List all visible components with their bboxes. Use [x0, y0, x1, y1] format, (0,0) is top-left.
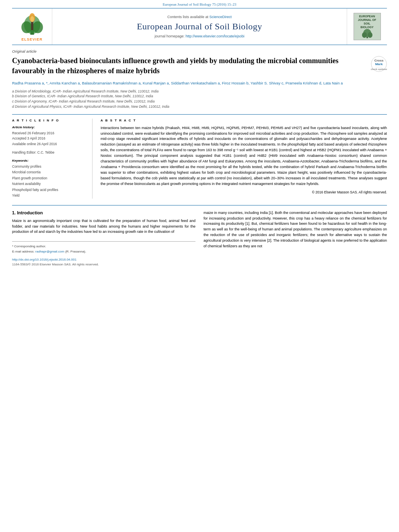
keyword-5: Phospholipid fatty acid profiles [12, 187, 86, 193]
intro-left-text: Maize is an agronomically important crop… [12, 218, 195, 235]
keyword-4: Nutrient availability [12, 181, 86, 187]
email-author-name: (R. Prasanna). [65, 250, 86, 253]
authors-text: Radha Prasanna a, *, Amrita Kanchan a, B… [12, 81, 343, 85]
svg-point-10 [368, 32, 372, 38]
journal-reference-bar: European Journal of Soil Biology 75 (201… [0, 0, 399, 8]
journal-header: ELSEVIER Contents lists available at Sci… [12, 8, 387, 45]
affiliation-c: c Division of Agronomy, ICAR- Indian Agr… [12, 99, 387, 104]
article-info-abstract-section: A R T I C L E I N F O Article history: R… [12, 119, 387, 199]
affiliation-b: b Division of Genetics, ICAR- Indian Agr… [12, 94, 387, 99]
soil-biology-badge: EUROPEAN JOURNAL OF SOIL BIOLOGY [354, 13, 381, 40]
abstract-column: A B S T R A C T Interactions between ten… [101, 119, 387, 199]
footnote-area: * Corresponding author. E-mail address: … [12, 241, 195, 255]
journal-logo-left: ELSEVIER [12, 8, 52, 45]
article-title-text: Cyanobacteria-based bioinoculants influe… [12, 57, 338, 75]
abstract-body: Interactions between ten maize hybrids (… [101, 126, 387, 186]
svg-point-2 [21, 21, 32, 33]
abstract-text: Interactions between ten maize hybrids (… [101, 125, 387, 187]
svg-point-9 [362, 32, 367, 38]
elsevier-tree-icon [18, 12, 46, 36]
keywords-label: Keywords: [12, 159, 86, 162]
introduction-two-col: 1. Introduction Maize is an agronomicall… [12, 210, 387, 266]
corresponding-author-text: * Corresponding author. [12, 244, 46, 248]
affiliations: a Division of Microbiology, ICAR- Indian… [12, 89, 387, 109]
journal-center: Contents lists available at ScienceDirec… [52, 8, 347, 45]
journal-title: European Journal of Soil Biology [137, 21, 262, 32]
svg-text:Mark: Mark [375, 62, 383, 66]
svg-text:Cross: Cross [374, 59, 384, 62]
received-date: Received 26 February 2016 [12, 131, 86, 136]
keyword-6: Yield [12, 193, 86, 198]
introduction-heading: 1. Introduction [12, 210, 195, 215]
article-info-heading: A R T I C L E I N F O [12, 119, 86, 122]
sciencedirect-line: Contents lists available at ScienceDirec… [167, 15, 232, 19]
svg-text:check updates: check updates [371, 68, 387, 70]
keyword-2: Microbial consortia [12, 169, 86, 175]
keywords-list: Community profiles Microbial consortia P… [12, 164, 86, 199]
main-content: Original article Cyanobacteria-based bio… [12, 45, 387, 266]
affiliation-d: d Division of Agricultural Physics, ICAR… [12, 104, 387, 109]
svg-point-6 [30, 16, 34, 22]
article-type-label: Original article [12, 49, 387, 53]
abstract-heading: A B S T R A C T [101, 119, 387, 122]
introduction-section: 1. Introduction Maize is an agronomicall… [12, 205, 387, 266]
badge-tree-icon [362, 29, 373, 39]
journal-reference-text: European Journal of Soil Biology 75 (201… [162, 2, 236, 6]
affiliation-a: a Division of Microbiology, ICAR- Indian… [12, 89, 387, 94]
article-title: Cyanobacteria-based bioinoculants influe… [12, 56, 387, 76]
authors-line: Radha Prasanna a, *, Amrita Kanchan a, B… [12, 80, 387, 86]
article-info-column: A R T I C L E I N F O Article history: R… [12, 119, 93, 199]
journal-logo-right: EUROPEAN JOURNAL OF SOIL BIOLOGY [347, 8, 387, 45]
intro-right-text: maize in many countries, including India… [204, 210, 387, 250]
copyright-line: © 2016 Elsevier Masson SAS. All rights r… [101, 190, 387, 194]
accepted-date: Accepted 3 April 2016 [12, 136, 86, 142]
intro-right-col: maize in many countries, including India… [204, 210, 387, 266]
article-history-label: Article history: [12, 125, 86, 129]
keyword-1: Community profiles [12, 164, 86, 169]
svg-point-3 [32, 21, 43, 33]
email-address: radhapr@gmail.com [35, 250, 64, 253]
sciencedirect-link[interactable]: ScienceDirect [210, 15, 232, 19]
section-divider-top [12, 114, 387, 115]
corresponding-author-note: * Corresponding author. [12, 244, 195, 249]
article-history-dates: Received 26 February 2016 Accepted 3 Apr… [12, 131, 86, 147]
intro-left-col: 1. Introduction Maize is an agronomicall… [12, 210, 195, 266]
elsevier-label: ELSEVIER [21, 37, 43, 41]
handling-editor: Handling Editor: C.C. Tebbe [12, 150, 86, 156]
doi-link[interactable]: http://dx.doi.org/10.1016/j.ejsobi.2016.… [12, 258, 195, 261]
journal-homepage-line: journal homepage: http://www.elsevier.co… [154, 34, 245, 38]
keyword-3: Plant growth promotion [12, 175, 86, 181]
email-line: E-mail address: radhapr@gmail.com (R. Pr… [12, 249, 195, 255]
journal-homepage-link[interactable]: http://www.elsevier.com/locate/ejsobi [185, 34, 245, 38]
crossmark-icon[interactable]: Cross Mark check updates [371, 56, 387, 72]
available-online-date: Available online 26 April 2016 [12, 142, 86, 147]
license-line: 1164-5563/© 2016 Elsevier Masson SAS. Al… [12, 263, 195, 266]
email-label: E-mail address: [12, 250, 35, 253]
